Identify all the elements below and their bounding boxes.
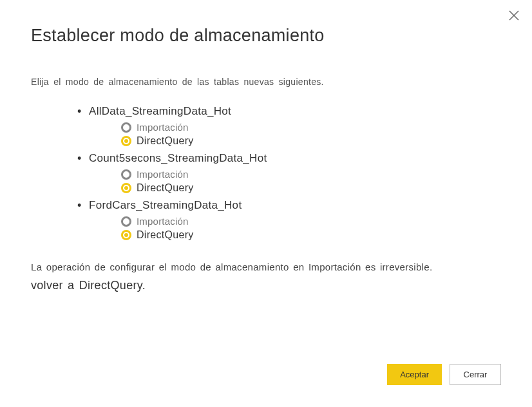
option-label: DirectQuery xyxy=(137,182,194,194)
table-item: Count5secons_StreamingData_Hot Importaci… xyxy=(89,152,501,194)
dialog-instruction: Elija el modo de almacenamiento de las t… xyxy=(31,77,501,87)
options-group: Importación DirectQuery xyxy=(89,169,501,194)
table-name: Count5secons_StreamingData_Hot xyxy=(89,152,501,165)
dialog-title: Establecer modo de almacenamiento xyxy=(31,26,501,46)
radio-directquery[interactable]: DirectQuery xyxy=(121,182,501,194)
option-label: Importación xyxy=(137,169,189,180)
radio-icon-unselected xyxy=(121,122,131,133)
radio-directquery[interactable]: DirectQuery xyxy=(121,135,501,147)
options-group: Importación DirectQuery xyxy=(89,216,501,241)
option-label: DirectQuery xyxy=(137,135,194,147)
radio-import[interactable]: Importación xyxy=(121,122,501,133)
radio-import[interactable]: Importación xyxy=(121,216,501,227)
table-item: FordCars_StreamingData_Hot Importación D… xyxy=(89,199,501,241)
table-name: AllData_StreamingData_Hot xyxy=(89,105,501,118)
warning-text: La operación de configurar el modo de al… xyxy=(31,259,501,295)
table-name: FordCars_StreamingData_Hot xyxy=(89,199,501,212)
option-label: Importación xyxy=(137,122,189,133)
option-label: Importación xyxy=(137,216,189,227)
radio-directquery[interactable]: DirectQuery xyxy=(121,229,501,241)
table-item: AllData_StreamingData_Hot Importación Di… xyxy=(89,105,501,147)
storage-mode-dialog: Establecer modo de almacenamiento Elija … xyxy=(0,0,532,407)
radio-icon-unselected xyxy=(121,169,131,180)
accept-button[interactable]: Aceptar xyxy=(387,364,442,385)
options-group: Importación DirectQuery xyxy=(89,122,501,147)
option-label: DirectQuery xyxy=(137,229,194,241)
warning-line2: volver a DirectQuery. xyxy=(31,279,146,292)
close-icon[interactable] xyxy=(508,9,520,22)
radio-icon-selected xyxy=(121,230,131,240)
radio-icon-selected xyxy=(121,183,131,193)
dialog-buttons: Aceptar Cerrar xyxy=(387,364,501,385)
radio-icon-unselected xyxy=(121,216,131,227)
warning-line1: La operación de configurar el modo de al… xyxy=(31,261,432,272)
tables-list: AllData_StreamingData_Hot Importación Di… xyxy=(31,105,501,241)
radio-import[interactable]: Importación xyxy=(121,169,501,180)
radio-icon-selected xyxy=(121,136,131,146)
close-button[interactable]: Cerrar xyxy=(450,364,501,385)
